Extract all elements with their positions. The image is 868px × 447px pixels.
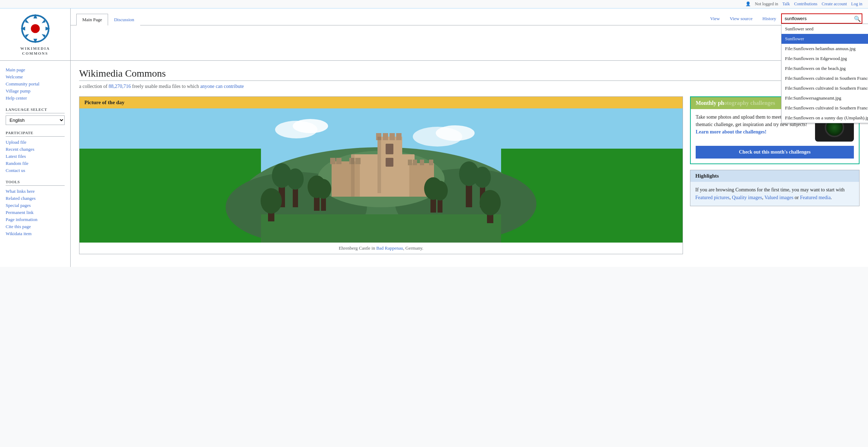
autocomplete-item[interactable]: File:Sunflowersagnaneamt.jpg bbox=[781, 93, 868, 103]
potd-caption: Ehrenberg Castle in Bad Rappenau, German… bbox=[79, 243, 683, 254]
logo-text: WIKIMEDIA COMMONS bbox=[20, 46, 50, 56]
autocomplete-item[interactable]: File:Sunflowers cultivated in Southern F… bbox=[781, 73, 868, 83]
search-input[interactable] bbox=[781, 13, 862, 24]
svg-rect-30 bbox=[383, 133, 388, 140]
svg-point-12 bbox=[293, 119, 328, 133]
sidebar-item-cite-this-page[interactable]: Cite this page bbox=[6, 223, 65, 230]
search-wrapper: 🔍 Sunflower seed Sunflower File:Sunflowe… bbox=[781, 13, 862, 24]
file-count-link[interactable]: 88,270,716 bbox=[109, 84, 131, 89]
quality-images-link[interactable]: Quality images bbox=[732, 195, 762, 200]
talk-link[interactable]: Talk bbox=[783, 1, 790, 7]
language-select-wrapper: English Deutsch Français Español 中文 Русс… bbox=[6, 115, 65, 125]
tab-view-source[interactable]: View source bbox=[725, 14, 757, 24]
autocomplete-item[interactable]: File:Sunflowers cultivated in Southern F… bbox=[781, 83, 868, 93]
potd-caption-suffix: , Germany. bbox=[403, 245, 423, 251]
svg-point-21 bbox=[287, 168, 304, 190]
svg-rect-33 bbox=[386, 144, 393, 154]
sidebar-item-upload-file[interactable]: Upload file bbox=[6, 139, 65, 146]
autocomplete-item[interactable]: File:Sunflowers on a sunny day (Unsplash… bbox=[781, 113, 868, 123]
autocomplete-item-highlighted[interactable]: Sunflower bbox=[781, 34, 868, 44]
svg-rect-36 bbox=[330, 158, 335, 164]
user-icon: 👤 bbox=[745, 1, 751, 7]
valued-images-link[interactable]: Valued images bbox=[765, 195, 793, 200]
log-in-link[interactable]: Log in bbox=[851, 1, 862, 7]
contribute-link[interactable]: anyone can contribute bbox=[200, 84, 244, 89]
svg-rect-42 bbox=[413, 160, 417, 165]
autocomplete-item[interactable]: Sunflower seed bbox=[781, 24, 868, 34]
svg-rect-53 bbox=[261, 214, 501, 243]
sidebar-item-special-pages[interactable]: Special pages bbox=[6, 202, 65, 209]
search-button[interactable]: 🔍 bbox=[854, 15, 861, 22]
tab-actions: View View source History 🔍 Sunflower see… bbox=[705, 13, 862, 25]
svg-rect-37 bbox=[336, 158, 341, 164]
tabs-bar: Main Page Discussion View View source Hi… bbox=[71, 8, 868, 25]
autocomplete-item[interactable]: File:Sunflowers on the beach.jpg bbox=[781, 64, 868, 73]
tab-history[interactable]: History bbox=[757, 14, 781, 24]
bad-rappenau-link[interactable]: Bad Rappenau bbox=[376, 245, 403, 251]
autocomplete-item[interactable]: File:Sunflowers in Edgewood.jpg bbox=[781, 54, 868, 64]
svg-rect-58 bbox=[377, 137, 381, 193]
svg-point-14 bbox=[436, 125, 475, 141]
highlights-content: If you are browsing Commons for the firs… bbox=[690, 182, 859, 206]
castle-svg bbox=[79, 108, 683, 243]
highlights-header: Highlights bbox=[690, 170, 859, 182]
top-bar: 👤 Not logged in Talk Contributions Creat… bbox=[0, 0, 868, 8]
content-columns: Picture of the day bbox=[79, 96, 860, 260]
svg-rect-39 bbox=[355, 158, 361, 164]
autocomplete-item[interactable]: File:Sunflowers helianthus annuus.jpg bbox=[781, 44, 868, 54]
language-dropdown[interactable]: English Deutsch Français Español 中文 Русс… bbox=[6, 115, 65, 125]
language-select-title: Language select bbox=[6, 107, 65, 113]
svg-rect-41 bbox=[408, 160, 412, 165]
main-layout: Main page Welcome Community portal Villa… bbox=[0, 61, 868, 267]
sidebar: Main page Welcome Community portal Villa… bbox=[0, 61, 71, 267]
sidebar-item-page-information[interactable]: Page information bbox=[6, 216, 65, 223]
featured-pictures-link[interactable]: Featured pictures bbox=[695, 195, 730, 200]
svg-point-52 bbox=[432, 181, 448, 201]
sidebar-language-section: Language select English Deutsch Français… bbox=[0, 107, 70, 125]
sidebar-nav-section: Main page Welcome Community portal Villa… bbox=[0, 66, 70, 102]
tab-view[interactable]: View bbox=[705, 14, 725, 24]
create-account-link[interactable]: Create account bbox=[822, 1, 847, 7]
sidebar-item-village-pump[interactable]: Village pump bbox=[6, 88, 65, 95]
sidebar-item-what-links-here[interactable]: What links here bbox=[6, 188, 65, 195]
tab-discussion[interactable]: Discussion bbox=[108, 14, 140, 25]
highlights-body: If you are browsing Commons for the firs… bbox=[695, 187, 845, 192]
potd-box: Picture of the day bbox=[79, 96, 683, 254]
tools-title: Tools bbox=[6, 180, 65, 186]
not-logged-in-text: Not logged in bbox=[755, 1, 778, 7]
svg-point-48 bbox=[316, 179, 331, 199]
content-left: Picture of the day bbox=[79, 96, 683, 260]
sidebar-participate-section: Participate Upload file Recent changes L… bbox=[0, 131, 70, 174]
sidebar-item-welcome[interactable]: Welcome bbox=[6, 73, 65, 81]
sidebar-item-contact-us[interactable]: Contact us bbox=[6, 167, 65, 174]
page-subtitle: a collection of 88,270,716 freely usable… bbox=[79, 84, 860, 89]
sidebar-item-latest-files[interactable]: Latest files bbox=[6, 153, 65, 160]
sidebar-item-recent-changes[interactable]: Recent changes bbox=[6, 146, 65, 153]
wikimedia-logo bbox=[19, 13, 51, 44]
svg-point-55 bbox=[261, 188, 282, 214]
sidebar-item-random-file[interactable]: Random file bbox=[6, 160, 65, 167]
sidebar-item-permanent-link[interactable]: Permanent link bbox=[6, 209, 65, 216]
sidebar-item-main-page[interactable]: Main page bbox=[6, 66, 65, 73]
site-header: WIKIMEDIA COMMONS Main Page Discussion V… bbox=[0, 8, 868, 61]
highlights-or: or bbox=[793, 195, 800, 200]
svg-point-1 bbox=[31, 24, 40, 33]
featured-media-link[interactable]: Featured media bbox=[800, 195, 831, 200]
sidebar-item-community-portal[interactable]: Community portal bbox=[6, 81, 65, 88]
sidebar-item-help-center[interactable]: Help center bbox=[6, 95, 65, 102]
sidebar-item-related-changes[interactable]: Related changes bbox=[6, 195, 65, 202]
svg-rect-59 bbox=[351, 154, 355, 197]
sidebar-item-wikidata[interactable]: Wikidata item bbox=[6, 230, 65, 237]
svg-rect-44 bbox=[429, 160, 433, 165]
svg-rect-32 bbox=[396, 133, 402, 140]
tab-main-page[interactable]: Main Page bbox=[76, 14, 108, 25]
potd-image bbox=[79, 108, 683, 243]
potd-header: Picture of the day bbox=[79, 97, 683, 108]
autocomplete-item[interactable]: File:Sunflowers cultivated in Southern F… bbox=[781, 103, 868, 113]
challenges-button[interactable]: Check out this month's challenges bbox=[696, 146, 854, 159]
contributions-link[interactable]: Contributions bbox=[794, 1, 818, 7]
svg-point-57 bbox=[480, 190, 501, 215]
challenges-link[interactable]: Learn more about the challenges! bbox=[696, 129, 766, 135]
logo-area[interactable]: WIKIMEDIA COMMONS bbox=[0, 8, 71, 60]
sidebar-tools-section: Tools What links here Related changes Sp… bbox=[0, 180, 70, 237]
